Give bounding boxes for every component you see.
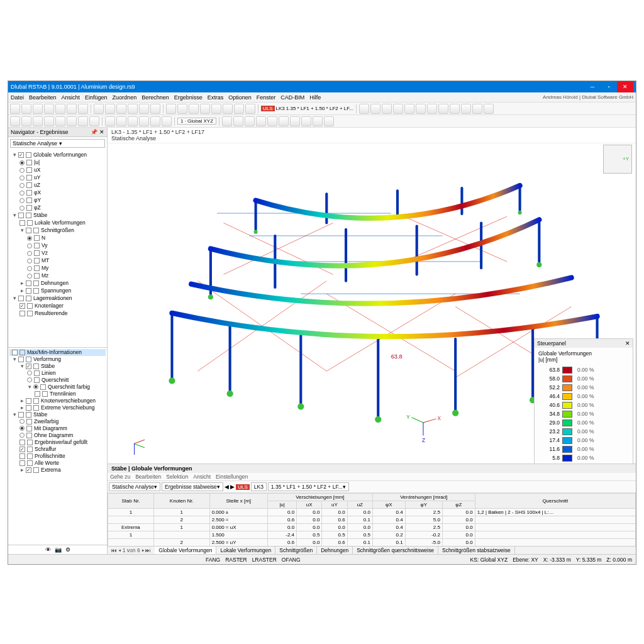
tree-item[interactable]: ▸Spannungen [9,287,106,294]
menu-item[interactable]: Einfügen [85,94,108,101]
tree-item[interactable]: N [9,234,106,242]
toolbar-button[interactable] [427,104,437,114]
tree-item[interactable]: MT [9,257,106,264]
toolbar-button[interactable] [10,116,20,126]
toolbar-button[interactable] [211,104,221,114]
toolbar-button[interactable] [450,104,460,114]
tree-item[interactable]: Max/Min-Informationen [9,349,106,356]
camera-icon[interactable]: 📷 [55,547,62,553]
tree-item[interactable]: uX [9,166,106,174]
toolbar-button[interactable] [44,116,54,126]
toolbar-button[interactable] [116,116,126,126]
toolbar-button[interactable] [44,104,54,114]
table-row[interactable]: Extrema10.000 = uX0.00.00.00.00.42.50.0 [108,524,636,531]
orientation-cube[interactable] [603,145,632,174]
tree-item[interactable]: ▸Extrema [9,467,106,474]
results-menu-item[interactable]: Selektion [166,474,188,480]
toolbar-button[interactable] [223,104,233,114]
tree-item[interactable]: ▾Stäbe [9,411,106,418]
tree-item[interactable]: ▾Schnittgrößen [9,226,106,234]
tree-item[interactable]: ▾Verformung [9,356,106,363]
toolbar-button[interactable] [55,104,65,114]
toolbar-button[interactable] [324,116,334,126]
toolbar-button[interactable] [267,116,277,126]
results-tab[interactable]: Lokale Verformungen [216,547,275,554]
toolbar-button[interactable] [416,104,426,114]
toolbar-button[interactable] [234,104,244,114]
results-tab[interactable]: Schnittgrößen stabsatzweise [438,547,515,554]
tree-item[interactable]: ▾Stäbe [9,211,106,219]
toolbar-button[interactable] [233,116,243,126]
menu-item[interactable]: Ergebnisse [174,94,203,101]
toolbar-button[interactable] [301,116,311,126]
close-button[interactable]: ✕ [617,81,633,92]
toolbar-button[interactable] [382,104,392,114]
tree-item[interactable]: Knotenlager [9,302,106,309]
tree-item[interactable]: Zweifarbig [9,418,106,425]
toolbar-button[interactable] [256,116,266,126]
tree-item[interactable]: Ergebnisverlauf gefüllt [9,439,106,446]
toolbar-button[interactable] [166,104,176,114]
toolbar-button[interactable] [33,104,43,114]
toolbar-button[interactable] [21,116,31,126]
toolbar-combo-label[interactable]: LK3 [276,106,285,111]
tree-item[interactable]: Lokale Verformungen [9,219,106,226]
menu-item[interactable]: Berechnen [142,94,169,101]
toolbar-button[interactable] [139,104,149,114]
table-row[interactable]: 22.500 =0.60.00.60.10.45.00.0 [108,516,636,524]
toolbar-button[interactable] [150,104,160,114]
toolbar-button[interactable] [279,116,289,126]
tree-item[interactable]: Querschnitt [9,377,106,384]
toolbar-button[interactable] [139,116,149,126]
toolbar-button[interactable] [484,104,494,114]
results-tab[interactable]: Schnittgrößen querschnittsweise [353,547,438,554]
menu-item[interactable]: Ansicht [62,94,80,101]
tree-item[interactable]: Ohne Diagramm [9,432,106,439]
tree-item[interactable]: Mz [9,272,106,279]
coord-system-select[interactable]: 1 · Global XYZ [177,118,216,125]
toolbar-button[interactable] [245,104,255,114]
menu-item[interactable]: Bearbeiten [29,94,57,101]
filter-combo[interactable]: 1.35 * LF1 + 1.50 * LF2 + LF... ▾ [268,482,349,491]
toolbar-button[interactable] [245,116,255,126]
tree-item[interactable]: ▾Querschnitt farbig [9,384,106,391]
model-canvas[interactable]: 63.8 X Y Z Steuerpanel✕ Globale Verformu [108,143,636,464]
toolbar-button[interactable] [222,116,232,126]
tree-item[interactable]: Trennlinien [9,391,106,397]
legend-close-icon[interactable]: ✕ [625,340,630,347]
toolbar-button[interactable] [404,104,414,114]
toolbar-button[interactable] [116,104,126,114]
menu-item[interactable]: CAD-BIM [280,94,304,101]
tree-item[interactable]: uZ [9,181,106,189]
table-row[interactable]: 11.500-2.40.50.50.50.2-0.20.0 [108,531,636,539]
toolbar-button[interactable] [177,104,187,114]
results-menu-item[interactable]: Bearbeiten [135,474,161,480]
tree-item[interactable]: ▾Globale Verformungen [9,151,106,158]
toolbar-button[interactable] [162,116,172,126]
menu-item[interactable]: Extras [208,94,224,101]
results-tab[interactable]: Globale Verformungen [155,547,216,554]
table-row[interactable]: 110.000 ±0.00.00.00.00.42.50.01,2 | Balk… [108,509,636,516]
tree-item[interactable]: φX [9,189,106,196]
toolbar-button[interactable] [55,116,65,126]
minimize-button[interactable]: ─ [584,81,601,92]
tree-item[interactable]: ▸Extreme Verschiebung [9,404,106,411]
toolbar-button[interactable] [105,116,115,126]
tree-item[interactable]: Vy [9,242,106,249]
filter-analysis[interactable]: Statische Analyse ▾ [109,482,160,491]
toolbar-button[interactable] [105,104,115,114]
table-row[interactable]: 22.500 = uY0.60.00.60.10.1-5.00.0 [108,539,636,547]
menu-item[interactable]: Optionen [228,94,252,101]
menu-item[interactable]: Fenster [257,94,276,101]
tree-item[interactable]: Schraffur [9,446,106,453]
toolbar-button[interactable] [438,104,448,114]
tree-item[interactable]: Linien [9,370,106,377]
display-tree[interactable]: Max/Min-Informationen▾Verformung▾StäbeLi… [8,347,107,545]
analysis-select[interactable]: Statische Analyse ▾ [10,139,105,148]
tree-item[interactable]: φY [9,196,106,204]
toolbar-button[interactable] [33,116,43,126]
toolbar-button[interactable] [10,104,20,114]
tree-item[interactable]: Profilschnitte [9,453,106,460]
status-grid[interactable]: RASTER [225,557,247,563]
tree-item[interactable]: φZ [9,204,106,211]
